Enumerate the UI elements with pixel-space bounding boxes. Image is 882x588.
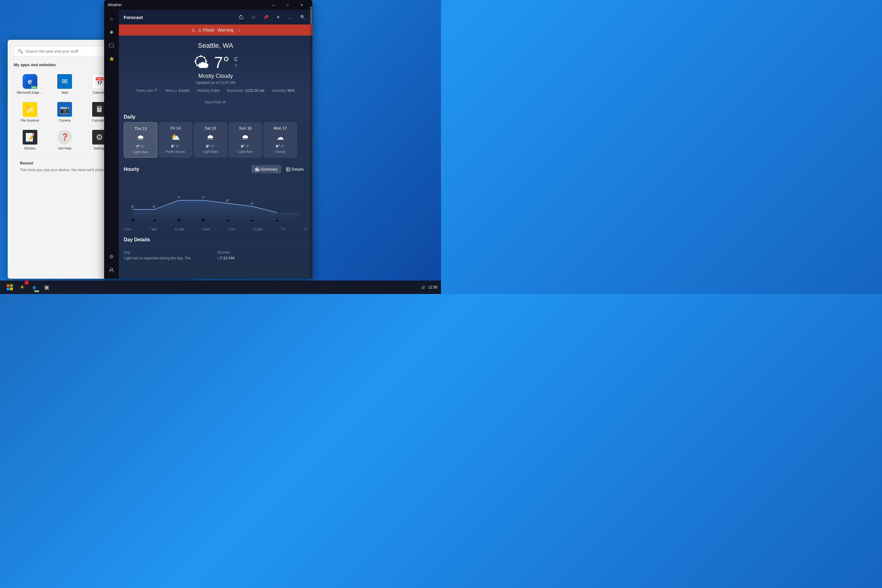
maximize-button[interactable]: □ (280, 0, 295, 10)
nav-favorites[interactable]: ⭐ (105, 52, 118, 65)
svg-text:☁: ☁ (250, 218, 254, 222)
visibility-value: 6 km (212, 88, 219, 93)
weather-titlebar: Weather — □ ✕ (104, 0, 312, 10)
nav-profile[interactable] (105, 264, 118, 276)
feels-like-value: 7° (154, 88, 158, 93)
app-item-camera[interactable]: 📷 Camera (49, 99, 81, 125)
sun-icon[interactable]: ☀ (273, 12, 283, 22)
minimize-button[interactable]: — (266, 0, 280, 10)
more-icon[interactable]: … (285, 12, 295, 22)
svg-rect-4 (258, 169, 259, 171)
app-item-mail[interactable]: ✉ Mail (49, 72, 81, 97)
svg-text:🌧: 🌧 (201, 218, 205, 222)
details-grid: Day Light rain is expected during the da… (124, 250, 308, 261)
temp-unit-toggle: C F (234, 57, 238, 68)
svg-text:5°: 5° (153, 205, 156, 208)
pin-icon[interactable]: 📌 (261, 12, 271, 22)
day-description: Light rain is expected during the day. T… (124, 256, 214, 261)
svg-point-0 (111, 256, 112, 258)
svg-rect-5 (286, 168, 290, 171)
mon17-temps: 8° 4° (267, 144, 293, 148)
sat15-condition: Light Rain (197, 150, 224, 153)
mon17-icon: ☁ (267, 133, 293, 141)
visibility-label: Visibility (197, 88, 210, 93)
sunrise-value: ~7:10 AM (218, 256, 308, 260)
dew-point-value: 4° (223, 100, 226, 104)
weather-app-window: Weather — □ ✕ ⌂ ◉ ⭐ (104, 0, 312, 279)
hourly-tabs: Summary Details (251, 165, 308, 173)
mail-label: Mail (62, 91, 68, 94)
mon17-day: Mon 17 (267, 126, 293, 130)
svg-text:5°: 5° (131, 205, 135, 208)
search-weather-icon[interactable]: 🔍 (298, 12, 308, 22)
fahrenheit-button[interactable]: F (234, 63, 238, 68)
weather-layout: ⌂ ◉ ⭐ (104, 10, 312, 279)
time-11pm: 11 pm (253, 227, 263, 231)
time-thu: Thu (280, 227, 286, 231)
barometer-label: Barometer (226, 88, 244, 93)
svg-text:5°: 5° (251, 202, 254, 206)
camera-icon: 📷 (57, 102, 72, 117)
fri14-icon: ⛅ (162, 133, 189, 141)
daily-card-thu13[interactable]: Thu 13 🌧 7° 5° Light Rain (124, 122, 158, 158)
fri14-condition: Partly Sunny (162, 150, 189, 153)
dew-point-label: Dew Point (205, 100, 222, 104)
windows-logo (7, 284, 13, 290)
day-detail-sunrise: Sunrise ~7:10 AM (218, 250, 308, 261)
summary-tab-label: Summary (261, 167, 278, 171)
taskbar-file-manager[interactable]: ▣ (41, 282, 52, 293)
thu13-icon: 🌧 (128, 133, 153, 142)
daily-card-mon17[interactable]: Mon 17 ☁ 8° 4° Cloudy (263, 122, 297, 158)
scrollbar-thumb[interactable] (310, 10, 312, 24)
app-item-stickies[interactable]: 📝 Stickies (14, 128, 46, 153)
flood-warning-icon: ⚠ (191, 28, 195, 33)
daily-card-fri14[interactable]: Fri 14 ⛅ 9° 6° Partly Sunny (159, 122, 192, 158)
temperature-row: 🌤 7° C F (126, 53, 305, 72)
nav-maps[interactable] (105, 39, 118, 51)
celsius-button[interactable]: C (234, 57, 238, 62)
app-item-explorer[interactable]: 📁 File Explorer (14, 99, 46, 125)
edge-icon: e DEV (22, 74, 38, 89)
taskbar: ☀ ! e DEV ▣ 🔊 11:58 (0, 280, 441, 294)
window-controls: — □ ✕ (266, 0, 309, 10)
svg-text:7°: 7° (202, 196, 205, 200)
svg-text:☁: ☁ (153, 218, 156, 222)
feels-like-label: Feels Like (136, 88, 153, 93)
nav-radar[interactable]: ◉ (105, 26, 118, 38)
stickies-label: Stickies (24, 146, 36, 150)
summary-tab[interactable]: Summary (251, 165, 282, 173)
time-fri: Fri (304, 227, 308, 231)
taskbar-right: 🔊 11:58 (421, 285, 437, 290)
time-3am: 3 am (124, 227, 131, 231)
refresh-icon[interactable] (236, 12, 246, 22)
app-item-help[interactable]: ❓ Get Help (49, 128, 81, 153)
wind-row: Wind ↙ 4 km/h (165, 88, 190, 93)
svg-rect-2 (255, 168, 256, 171)
file-explorer-icon: 📁 (22, 102, 38, 117)
taskbar-edge-dev[interactable]: e DEV (29, 282, 40, 293)
stickies-icon: 📝 (22, 130, 38, 144)
favorite-icon[interactable]: ☆ (249, 12, 258, 22)
flood-warning-banner[interactable]: ⚠ ⚠ Flood - Warning › (119, 24, 312, 36)
daily-card-sat15[interactable]: Sat 15 🌧 8° 4° Light Rain (194, 122, 227, 158)
sun16-temps: 8° 3° (232, 144, 258, 148)
nav-home[interactable]: ⌂ (105, 12, 118, 24)
sat15-icon: 🌧 (197, 133, 224, 141)
alert-sun-icon: ☀ (20, 284, 24, 291)
weather-main-content: Forecast ☆ 📌 ☀ … 🔍 ⚠ ⚠ Flood (119, 10, 312, 279)
taskbar-alert[interactable]: ☀ ! (16, 282, 28, 293)
last-updated: Updated as of 11:57 AM (126, 81, 305, 85)
day-details-title: Day Details (124, 237, 308, 243)
system-tray: 🔊 (421, 285, 426, 290)
start-button[interactable] (4, 282, 15, 293)
help-label: Get Help (58, 146, 71, 150)
network-icon[interactable]: 🔊 (421, 285, 426, 290)
close-button[interactable]: ✕ (295, 0, 309, 10)
daily-card-sun16[interactable]: Sun 16 🌧 8° 3° Light Rain (228, 122, 262, 158)
nav-settings[interactable] (105, 250, 118, 263)
weather-details: Feels Like 7° Wind ↙ 4 km/h Visibility 6… (126, 88, 305, 104)
app-item-edge[interactable]: e DEV Microsoft Edge ... (14, 72, 46, 97)
clock-display[interactable]: 11:58 (428, 285, 437, 290)
weather-icon-large: 🌤 (193, 53, 209, 72)
details-tab[interactable]: Details (282, 165, 308, 173)
